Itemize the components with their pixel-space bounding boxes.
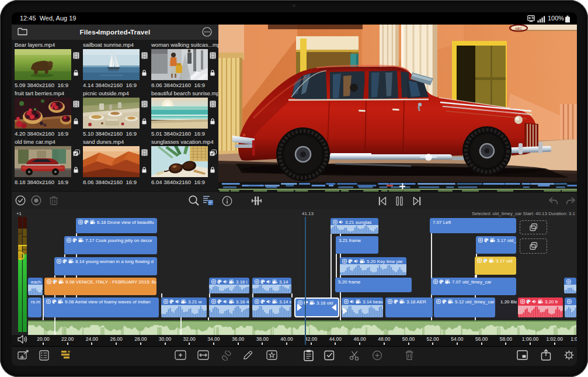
- svg-text:?: ?: [568, 353, 570, 357]
